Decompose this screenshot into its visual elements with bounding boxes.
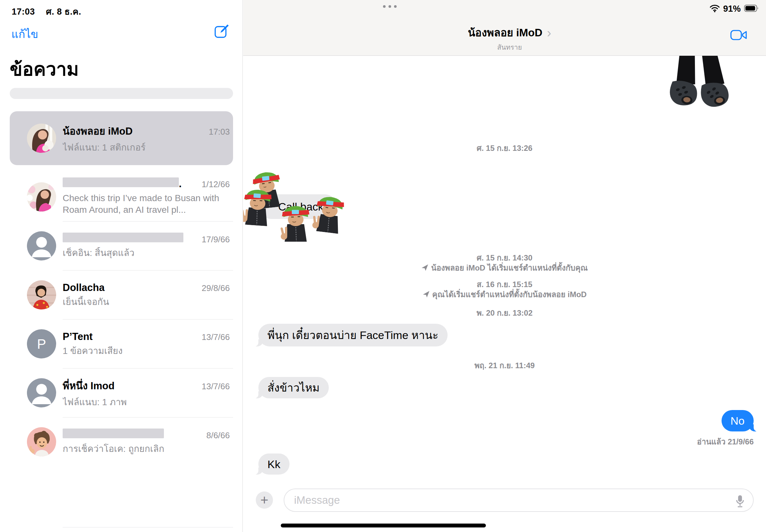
battery-icon [744,5,759,13]
share-date: ศ. 15 ก.ย. 14:30 [243,253,766,263]
row-separator [63,270,233,271]
date-separator: พฤ. 21 ก.ย. 11:49 [243,359,766,372]
row-separator [63,527,233,527]
conversation-time: 13/7/66 [201,381,230,391]
conversation-time: 1/12/66 [201,179,230,189]
avatar [27,378,56,407]
page-title: ข้อความ [10,54,79,84]
conversation-row-ptent[interactable]: P P’Tent 13/7/66 1 ข้อความเสียง [10,319,233,368]
location-share-notice-2: ส. 16 ก.ย. 15:15 คุณได้เริ่มแชร์ตำแหน่งท… [243,280,766,299]
redacted-name-bar [63,233,183,242]
read-receipt: อ่านแล้ว 21/9/66 [697,435,754,448]
messages-app-window: 17:03 ศ. 8 ธ.ค. แก้ไข ข้อความ น้องพลอย i… [0,0,766,532]
dictation-mic-icon[interactable] [736,495,745,507]
avatar [27,182,56,212]
message-field[interactable] [284,489,754,512]
battery-percent: 91% [723,4,741,14]
status-bar-left: 17:03 ศ. 8 ธ.ค. [12,5,81,18]
chevron-right-icon: › [547,26,551,40]
chat-title: น้องพลอย iMoD [468,27,542,39]
conversation-name: P’Tent [63,331,92,342]
facetime-video-icon[interactable] [730,29,747,42]
sticker-green-beanie-3[interactable] [279,203,312,242]
avatar [27,427,56,456]
home-indicator[interactable] [281,524,486,527]
conversation-name: Dollacha [63,282,104,293]
location-arrow-icon [423,290,430,297]
message-transcript: ศ. 15 ก.ย. 13:26 Call back ศ. [243,0,766,532]
conversation-preview: เช็คอิน: สิ้นสุดแล้ว [63,247,230,259]
received-bubble-kk[interactable]: Kk [258,453,289,475]
conversation-sidebar: 17:03 ศ. 8 ธ.ค. แก้ไข ข้อความ น้องพลอย i… [0,0,243,532]
status-bar-right: 91% [710,4,759,14]
compose-icon[interactable] [214,23,229,39]
message-input[interactable] [294,489,669,511]
conversation-name: น้องพลอย iMoD [63,123,133,139]
avatar [27,124,56,153]
conversation-row-dollacha[interactable]: Dollacha 29/8/66 เย็นนี้เจอกัน [10,270,233,319]
conversation-preview: การเช็คว่าโอเค: ถูกยกเลิก [63,443,230,455]
conversation-row-pneung[interactable]: พี่หนึ่ง Imod 13/7/66 ไฟล์แนบ: 1 ภาพ [10,368,233,417]
sticker-green-beanie-4[interactable] [311,192,348,234]
name-suffix: . [179,178,182,190]
add-attachment-button[interactable]: + [256,491,273,509]
conversation-preview: ไฟล์แนบ: 1 ภาพ [63,396,230,408]
conversation-preview: 1 ข้อความเสียง [63,345,230,357]
edit-button[interactable]: แก้ไข [11,25,38,43]
redacted-name-bar [63,177,179,187]
conversation-name: พี่หนึ่ง Imod [63,377,115,393]
received-bubble-facetime[interactable]: พี่นุก เดี๋ยวตอนบ่าย FaceTime หานะ [258,324,448,346]
chat-pane: ศ. 15 ก.ย. 13:26 Call back ศ. [243,0,766,532]
conversation-preview: Check this trip I’ve made to Busan with … [63,192,230,216]
sent-bubble-no[interactable]: No [722,410,754,431]
row-separator [63,417,233,417]
search-input[interactable] [10,88,233,99]
chat-subtitle: สันทราย [468,42,552,53]
row-separator [63,221,233,222]
multitasking-handle[interactable] [383,5,397,8]
date-separator: พ. 20 ก.ย. 13:02 [243,307,766,319]
conversation-list: น้องพลอย iMoD 17:03 ไฟล์แนบ: 1 สติกเกอร์… [10,111,233,466]
avatar [27,231,56,260]
conversation-preview: ไฟล์แนบ: 1 สติกเกอร์ [63,142,230,154]
share-text: น้องพลอย iMoD ได้เริ่มแชร์ตำแหน่งที่ตั้ง… [431,263,588,272]
sticker-legs-crocs[interactable] [663,45,736,130]
conversation-row-redacted-1[interactable]: . 1/12/66 Check this trip I’ve made to B… [10,172,233,221]
status-date: ศ. 8 ธ.ค. [46,7,81,17]
conversation-time: 8/6/66 [206,430,230,441]
status-time: 17:03 [12,7,35,17]
conversation-row-redacted-3[interactable]: 8/6/66 การเช็คว่าโอเค: ถูกยกเลิก [10,417,233,466]
chat-header: น้องพลอย iMoD› สันทราย 91% [243,0,766,56]
location-share-notice-1: ศ. 15 ก.ย. 14:30 น้องพลอย iMoD ได้เริ่มแ… [243,253,766,273]
conversation-row-redacted-2[interactable]: 17/9/66 เช็คอิน: สิ้นสุดแล้ว [10,221,233,270]
row-separator [63,319,233,320]
conversation-time: 17/9/66 [201,235,230,245]
conversation-preview: เย็นนี้เจอกัน [63,296,230,308]
share-date: ส. 16 ก.ย. 15:15 [243,280,766,290]
avatar [27,280,56,309]
chat-title-button[interactable]: น้องพลอย iMoD› สันทราย [468,24,552,53]
conversation-row-nongploy[interactable]: น้องพลอย iMoD 17:03 ไฟล์แนบ: 1 สติกเกอร์ [10,111,233,165]
conversation-time: 13/7/66 [201,332,230,342]
redacted-name-bar [63,429,164,438]
received-bubble-order-food[interactable]: สั่งข้าวไหม [258,377,329,398]
sticker-cluster: Call back [243,167,350,238]
sticker-green-beanie-2[interactable] [243,186,275,227]
conversation-time: 17:03 [209,127,230,137]
row-separator [63,368,233,369]
avatar: P [27,329,56,358]
date-separator: ศ. 15 ก.ย. 13:26 [243,142,766,154]
wifi-icon [710,4,720,14]
location-arrow-icon [421,264,429,271]
conversation-time: 29/8/66 [201,283,230,293]
svg-text:P: P [37,336,46,352]
share-text: คุณได้เริ่มแชร์ตำแหน่งที่ตั้งกับน้องพลอย… [432,290,587,299]
